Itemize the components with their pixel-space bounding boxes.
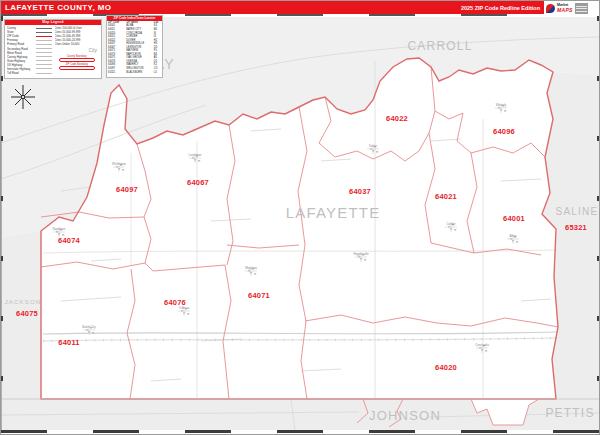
- zip-table-row: 65321BLACKBURNL4: [107, 71, 162, 75]
- zip-table-cell: BLACKBURN: [125, 71, 153, 75]
- legend-item: Toll Road: [7, 71, 52, 75]
- legend-boundary-sample: County Boundary: [55, 55, 100, 62]
- legend-sample-line: [59, 66, 96, 70]
- edition-label: 2025 ZIP Code Redline Edition: [461, 5, 540, 11]
- legend-item-swatch: [36, 28, 52, 29]
- zip-table-cell: L4: [153, 71, 162, 75]
- legend-item-swatch: [36, 64, 52, 65]
- zip-table-body: 64001ALMAK464011BATES CITYB664020CONCORD…: [107, 24, 162, 74]
- legend-item-swatch: [36, 73, 52, 74]
- map-legend: Map Legend CountyStateZIP CodeFreewayPri…: [4, 19, 102, 79]
- grid-ruler-right: [597, 16, 599, 430]
- legend-left-column: CountyStateZIP CodeFreewayPrimary RoadSe…: [7, 26, 52, 75]
- zip-table-cell: 65321: [107, 71, 125, 75]
- legend-sample-line: [59, 58, 96, 62]
- logo-mark-icon: [546, 4, 555, 13]
- grid-ruler-top: [1, 14, 600, 16]
- page-title: LAFAYETTE COUNTY, MO: [5, 3, 111, 12]
- legend-right-column: Cities 100,000 & OverCities 50,000-99,99…: [55, 26, 100, 75]
- legend-item-label: Toll Road: [7, 71, 19, 75]
- grid-ruler-bottom: [1, 430, 600, 433]
- publisher-logo: Market MAPS: [544, 1, 599, 16]
- legend-boundary-sample: ZIP Code Boundary: [55, 63, 100, 70]
- legend-item-swatch: [36, 40, 52, 41]
- legend-item-swatch: [36, 68, 52, 69]
- legend-item-swatch: [36, 60, 52, 61]
- zip-code-index: ZIP Code Index/Town Locator ZIP CodeZIP …: [106, 15, 163, 78]
- region-jackson-county: [1, 231, 41, 399]
- legend-item: Cities Under 10,000: [55, 42, 100, 46]
- grid-ruler-left: [1, 16, 3, 430]
- legend-item-swatch: [36, 52, 52, 53]
- legend-city-sample: City: [55, 47, 98, 53]
- legend-item-swatch: [36, 48, 52, 49]
- logo-info-box: [575, 3, 588, 14]
- legend-item-label: Cities Under 10,000: [55, 42, 80, 46]
- logo-wordmark: Market MAPS: [557, 4, 573, 13]
- legend-item-swatch: [36, 32, 52, 33]
- legend-item-swatch: [36, 56, 52, 57]
- title-bar: LAFAYETTE COUNTY, MO 2025 ZIP Code Redli…: [1, 1, 546, 14]
- legend-item-swatch: [36, 36, 52, 37]
- legend-item-swatch: [36, 44, 52, 45]
- map-document: RAYCARROLLLAFAYETTESALINEJACKSONJOHNSONP…: [0, 0, 600, 435]
